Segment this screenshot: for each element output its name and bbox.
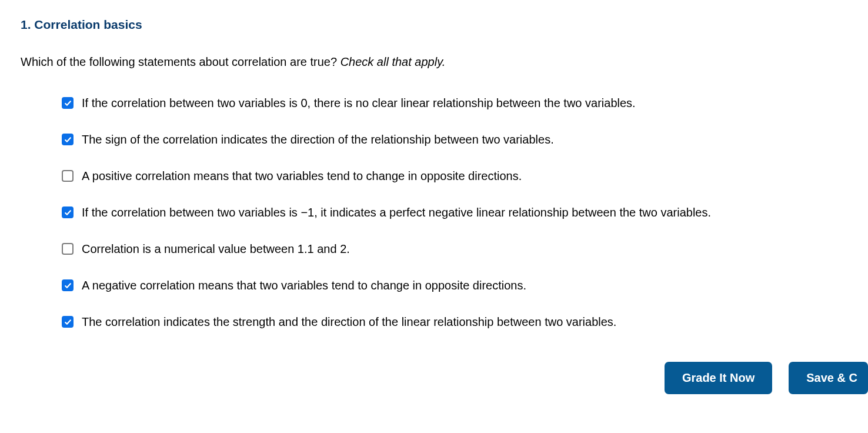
prompt-main: Which of the following statements about … bbox=[21, 55, 340, 68]
option-label-0: If the correlation between two variables… bbox=[82, 95, 636, 111]
save-and-continue-button[interactable]: Save & C bbox=[789, 362, 868, 394]
option-label-1: The sign of the correlation indicates th… bbox=[82, 132, 554, 147]
option-label-3: If the correlation between two variables… bbox=[82, 205, 711, 220]
option-row-1: The sign of the correlation indicates th… bbox=[62, 132, 868, 147]
option-row-6: The correlation indicates the strength a… bbox=[62, 314, 868, 329]
option-row-3: If the correlation between two variables… bbox=[62, 205, 868, 220]
option-label-5: A negative correlation means that two va… bbox=[82, 278, 526, 293]
option-checkbox-5[interactable] bbox=[62, 279, 74, 291]
option-row-2: A positive correlation means that two va… bbox=[62, 168, 868, 184]
option-row-4: Correlation is a numerical value between… bbox=[62, 241, 868, 257]
option-label-2: A positive correlation means that two va… bbox=[82, 168, 522, 184]
prompt-hint: Check all that apply. bbox=[340, 55, 446, 68]
question-number: 1. bbox=[21, 18, 31, 31]
question-title: 1. Correlation basics bbox=[21, 18, 868, 32]
question-title-text: Correlation basics bbox=[34, 18, 142, 31]
option-row-0: If the correlation between two variables… bbox=[62, 95, 868, 111]
question-prompt: Which of the following statements about … bbox=[21, 55, 868, 69]
options-list: If the correlation between two variables… bbox=[21, 95, 868, 329]
option-checkbox-2[interactable] bbox=[62, 170, 74, 182]
option-checkbox-6[interactable] bbox=[62, 316, 74, 328]
option-row-5: A negative correlation means that two va… bbox=[62, 278, 868, 293]
button-row: Grade It Now Save & C bbox=[21, 362, 868, 394]
grade-it-now-button[interactable]: Grade It Now bbox=[665, 362, 772, 394]
option-checkbox-0[interactable] bbox=[62, 97, 74, 109]
option-checkbox-1[interactable] bbox=[62, 134, 74, 145]
option-label-6: The correlation indicates the strength a… bbox=[82, 314, 616, 329]
option-label-4: Correlation is a numerical value between… bbox=[82, 241, 350, 257]
option-checkbox-3[interactable] bbox=[62, 206, 74, 218]
option-checkbox-4[interactable] bbox=[62, 243, 74, 255]
